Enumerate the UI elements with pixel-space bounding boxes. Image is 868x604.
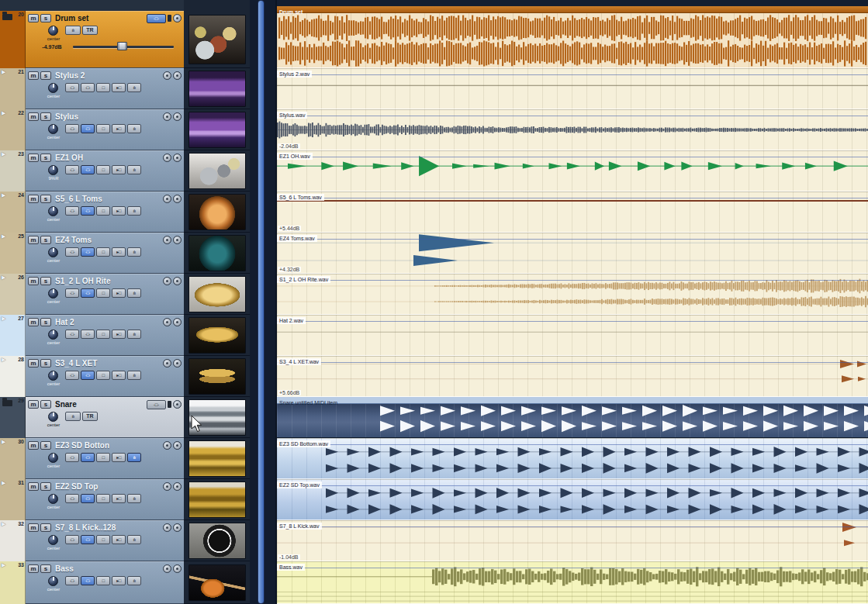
pan-knob[interactable] bbox=[48, 576, 58, 586]
channel-strip-button[interactable]: ▸□ bbox=[112, 165, 126, 174]
solo-button[interactable]: s bbox=[40, 441, 51, 450]
channel-strip-button[interactable]: ▸□ bbox=[112, 330, 126, 339]
pan-knob[interactable] bbox=[48, 247, 58, 257]
pan-knob[interactable] bbox=[48, 535, 58, 545]
track-row-27[interactable]: ▶27msHat 2center-□--□-□▸□ılı bbox=[0, 315, 184, 356]
pan-knob[interactable] bbox=[48, 453, 58, 463]
track-picture[interactable] bbox=[188, 15, 246, 64]
mute-button[interactable]: m bbox=[28, 523, 39, 532]
pan-knob[interactable] bbox=[48, 494, 58, 504]
channel-strip-button[interactable]: ılı bbox=[127, 124, 141, 133]
channel-strip-button[interactable]: □ bbox=[96, 371, 110, 380]
expand-arrow-icon[interactable]: ▶ bbox=[2, 439, 5, 445]
monitor-button[interactable] bbox=[173, 359, 182, 368]
channel-strip-button[interactable]: □ bbox=[96, 288, 110, 298]
channel-strip-button[interactable]: -□- bbox=[65, 494, 79, 503]
track-picture[interactable] bbox=[188, 71, 246, 107]
track-row-25[interactable]: ▶25msEZ4 Tomscenter-□--□-□▸□ılı bbox=[0, 233, 184, 274]
record-arm-button[interactable] bbox=[173, 14, 182, 22]
channel-strip-button[interactable]: -□- bbox=[81, 453, 95, 462]
track-lane-28[interactable]: S3_4 L XET.wav+5.66dB bbox=[277, 356, 868, 397]
channel-strip-button[interactable]: -□- bbox=[81, 576, 95, 585]
channel-strip-button[interactable]: -□- bbox=[81, 165, 95, 174]
channel-strip-button[interactable]: □ bbox=[96, 494, 110, 503]
track-picture[interactable] bbox=[188, 481, 246, 518]
track-picture[interactable] bbox=[188, 317, 246, 354]
channel-strip-button[interactable]: -□- bbox=[65, 124, 79, 133]
record-arm-button[interactable] bbox=[163, 441, 171, 450]
channel-strip-button[interactable]: □ bbox=[96, 330, 110, 339]
track-lane-30[interactable]: EZ3 SD Bottom.wav bbox=[277, 438, 868, 479]
expand-arrow-icon[interactable]: ▶ bbox=[2, 192, 5, 198]
expand-arrow-icon[interactable]: ▶ bbox=[2, 233, 5, 240]
channel-strip-button[interactable]: □ bbox=[96, 247, 110, 257]
channel-strip-button[interactable]: -□- bbox=[81, 288, 95, 298]
track-lane-29[interactable]: Snare untitled MIDI item bbox=[277, 397, 868, 438]
monitor-button[interactable] bbox=[173, 236, 182, 244]
channel-strip-button[interactable]: ▸□ bbox=[112, 288, 126, 298]
timebase-button[interactable]: TR bbox=[82, 412, 98, 421]
fader-handle[interactable] bbox=[117, 42, 127, 50]
track-picture[interactable] bbox=[188, 153, 246, 189]
channel-strip-button[interactable]: -□- bbox=[65, 288, 79, 298]
record-arm-button[interactable] bbox=[163, 318, 171, 326]
channel-strip-button[interactable]: -□- bbox=[81, 535, 95, 544]
mute-button[interactable]: m bbox=[28, 112, 39, 121]
record-arm-button[interactable] bbox=[163, 277, 171, 285]
pan-knob[interactable] bbox=[48, 288, 58, 299]
solo-button[interactable]: s bbox=[40, 482, 51, 491]
monitor-button[interactable] bbox=[173, 564, 182, 573]
event-display[interactable]: Drum setStylus 2.wavStylus.wav-2.04dBEZ1… bbox=[277, 0, 868, 604]
track-row-20[interactable]: 20msDrum set-□-centerılıTR-4.97dB bbox=[0, 11, 184, 68]
track-lane-23[interactable]: EZ1 OH.wav bbox=[277, 150, 868, 192]
monitor-button[interactable] bbox=[173, 195, 182, 203]
channel-strip-button[interactable]: ▸□ bbox=[112, 576, 126, 585]
solo-button[interactable]: s bbox=[40, 277, 51, 285]
monitor-button[interactable] bbox=[173, 482, 182, 491]
track-picture[interactable] bbox=[188, 358, 246, 395]
record-arm-button[interactable] bbox=[163, 112, 171, 121]
channel-strip-button[interactable]: ▸□ bbox=[112, 206, 126, 216]
track-lane-26[interactable]: S1_2 L OH Rite.wav bbox=[277, 274, 868, 315]
solo-button[interactable]: s bbox=[40, 236, 51, 244]
channel-strip-button[interactable]: □ bbox=[96, 165, 110, 174]
monitor-button[interactable]: -□- bbox=[147, 400, 166, 409]
pan-knob[interactable] bbox=[48, 371, 58, 381]
track-lane-32[interactable]: S7_8 L Kick.wav-1.04dB bbox=[277, 520, 868, 561]
channel-strip-button[interactable]: -□- bbox=[81, 83, 95, 92]
track-row-22[interactable]: ▶22msStyluscenter-□--□-□▸□ılı bbox=[0, 109, 184, 150]
channel-strip-button[interactable]: ılı bbox=[127, 206, 141, 216]
monitor-button[interactable] bbox=[173, 277, 182, 285]
channel-strip-button[interactable]: -□- bbox=[65, 453, 79, 462]
pan-knob[interactable] bbox=[48, 26, 58, 36]
track-row-30[interactable]: ▶30msEZ3 SD Bottoncenter-□--□-□▸□ılı bbox=[0, 438, 184, 479]
solo-button[interactable]: s bbox=[40, 71, 51, 80]
track-row-23[interactable]: ▶23msEZ1 OH9%R-□--□-□▸□ılı bbox=[0, 150, 184, 192]
track-picture[interactable] bbox=[188, 440, 246, 477]
monitor-button[interactable]: -□- bbox=[147, 14, 166, 23]
channel-strip-button[interactable]: ılı bbox=[127, 494, 141, 503]
volume-fader[interactable] bbox=[73, 42, 174, 51]
solo-button[interactable]: s bbox=[40, 154, 51, 162]
mute-button[interactable]: m bbox=[28, 14, 39, 22]
expand-arrow-icon[interactable]: ▶ bbox=[2, 316, 5, 322]
channel-strip-button[interactable]: -□- bbox=[65, 576, 79, 585]
channel-strip-button[interactable]: ılı bbox=[127, 535, 141, 544]
folder-icon[interactable] bbox=[2, 400, 12, 406]
record-arm-button[interactable] bbox=[163, 523, 171, 532]
monitor-button[interactable] bbox=[173, 112, 182, 121]
track-picture[interactable] bbox=[188, 523, 246, 559]
channel-strip-button[interactable]: □ bbox=[96, 83, 110, 92]
record-arm-button[interactable] bbox=[163, 564, 171, 573]
expand-arrow-icon[interactable]: ▶ bbox=[2, 151, 5, 157]
track-picture[interactable] bbox=[188, 276, 246, 312]
expand-arrow-icon[interactable]: ▶ bbox=[2, 357, 5, 363]
track-row-21[interactable]: ▶21msStylus 2center-□--□-□▸□ılı bbox=[0, 68, 184, 109]
channel-strip-button[interactable]: -□- bbox=[65, 83, 79, 92]
channel-strip-button[interactable]: ▸□ bbox=[112, 494, 126, 503]
monitor-button[interactable] bbox=[173, 441, 182, 450]
channel-strip-button[interactable]: -□- bbox=[81, 330, 95, 339]
mute-button[interactable]: m bbox=[28, 400, 39, 409]
expand-arrow-icon[interactable]: ▶ bbox=[2, 562, 5, 568]
solo-button[interactable]: s bbox=[40, 523, 51, 532]
